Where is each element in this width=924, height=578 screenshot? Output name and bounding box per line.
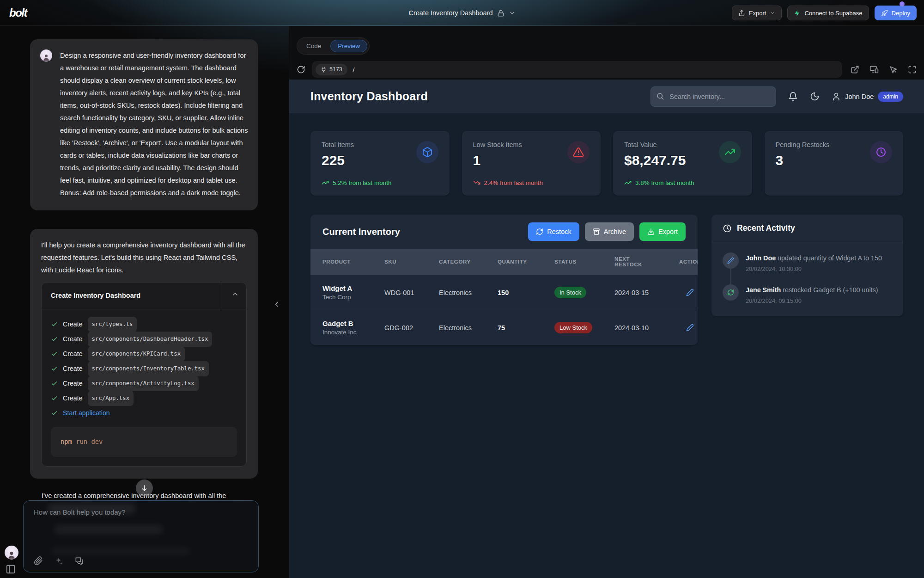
build-plan-card: Create Inventory Dashboard Create src/ty…: [41, 282, 247, 467]
check-icon: [51, 365, 58, 372]
restock-button[interactable]: Restock: [528, 222, 579, 241]
dashboard-header-actions: John Doe admin: [650, 86, 903, 107]
tab-code[interactable]: Code: [299, 40, 328, 52]
blurred-text-ghost: [51, 547, 190, 555]
activity-item: Jane Smith restocked Gadget B (+100 unit…: [723, 284, 892, 304]
start-application-link[interactable]: Start application: [63, 407, 110, 419]
open-external-icon[interactable]: [851, 65, 859, 74]
product-supplier: Innovate Inc: [322, 329, 384, 336]
scroll-to-bottom-button[interactable]: [136, 480, 153, 497]
bell-icon[interactable]: [788, 92, 798, 101]
check-icon: [51, 321, 58, 328]
activity-action: updated quantity of Widget A to 150: [776, 254, 882, 262]
user-menu[interactable]: John Doe admin: [832, 92, 903, 102]
fullscreen-icon[interactable]: [908, 65, 917, 74]
clock-icon: [723, 224, 732, 233]
dark-mode-toggle-moon-icon[interactable]: [810, 92, 820, 101]
table-header-row: Product SKU Category Quantity Status Nex…: [310, 249, 698, 275]
file-chip[interactable]: src/types.ts: [88, 317, 137, 332]
archive-label: Archive: [604, 228, 626, 235]
attach-link-icon[interactable]: [34, 556, 43, 566]
trending-up-icon: [322, 179, 329, 186]
workbench-panel: Code Preview 5173 /: [289, 26, 924, 578]
bolt-logo[interactable]: bolt: [9, 6, 27, 19]
responsive-devices-icon[interactable]: [869, 65, 879, 74]
check-icon: [51, 380, 58, 387]
trending-down-icon: [473, 179, 480, 186]
supabase-label: Connect to Supabase: [804, 10, 862, 17]
inventory-card-header: Current Inventory Restock Archive: [310, 215, 698, 249]
check-icon: [51, 395, 58, 402]
url-path: /: [353, 66, 355, 73]
file-chip[interactable]: src/components/ActivityLog.tsx: [88, 376, 199, 391]
step-action: Create: [63, 392, 83, 405]
inspect-cursor-icon[interactable]: [889, 65, 898, 74]
edit-pencil-icon[interactable]: [686, 324, 694, 332]
command-binary: npm: [61, 438, 72, 445]
kpi-trend-text: 3.8% from last month: [635, 179, 694, 186]
plan-step: Create src/types.ts: [51, 317, 237, 332]
kpi-cards: Total Items 225 5.2% from last month Low…: [310, 131, 903, 196]
file-chip[interactable]: src/components/DashboardHeader.tsx: [88, 332, 213, 347]
quantity-cell[interactable]: 150: [498, 289, 554, 296]
port-pill[interactable]: 5173: [316, 64, 347, 75]
chevron-down-icon: [770, 10, 775, 16]
activity-action: restocked Gadget B (+100 units): [781, 286, 878, 294]
product-name: Widget A: [322, 284, 384, 292]
chevron-up-icon[interactable]: [231, 290, 239, 298]
package-icon: [416, 141, 438, 163]
file-chip[interactable]: src/components/KPICard.tsx: [88, 346, 185, 362]
restock-label: Restock: [547, 228, 571, 235]
sparkles-icon[interactable]: [54, 556, 63, 566]
connect-supabase-button[interactable]: Connect to Supabase: [787, 6, 869, 20]
export-table-button[interactable]: Export: [639, 222, 686, 241]
kpi-trend: 3.8% from last month: [624, 179, 694, 186]
url-bar[interactable]: 5173 /: [312, 61, 842, 78]
plan-header: Create Inventory Dashboard: [42, 283, 246, 309]
user-name: John Doe: [845, 93, 874, 100]
column-header: SKU: [384, 254, 439, 269]
table-row: Gadget B Innovate Inc GDG-002 Electronic…: [310, 310, 698, 345]
project-title-menu[interactable]: Create Inventory Dashboard: [408, 0, 515, 26]
check-icon: [51, 410, 58, 417]
share-icon: [738, 10, 745, 17]
bulk-actions: Restock Archive Export: [528, 222, 686, 241]
activity-title: Recent Activity: [737, 223, 795, 233]
kpi-trend: 5.2% from last month: [322, 179, 392, 186]
check-icon: [51, 336, 58, 343]
sidebar-toggle-icon[interactable]: [6, 564, 16, 574]
deploy-button[interactable]: Deploy: [875, 6, 917, 20]
edit-pencil-icon[interactable]: [686, 289, 694, 296]
plan-steps: Create src/types.ts Create src/component…: [42, 309, 246, 466]
column-header: Status: [554, 254, 614, 269]
column-header: Category: [439, 254, 498, 269]
chat-panel: Design a responsive and user-friendly in…: [0, 26, 289, 578]
product-name: Gadget B: [322, 320, 384, 327]
deploy-label: Deploy: [892, 10, 910, 17]
reload-icon[interactable]: [297, 65, 305, 74]
plan-step-start: Start application: [51, 406, 237, 420]
activity-timestamp: 20/02/2024, 09:15:00: [746, 297, 878, 304]
export-button[interactable]: Export: [732, 6, 782, 20]
trending-up-icon: [624, 179, 632, 186]
tab-preview[interactable]: Preview: [330, 40, 367, 52]
search-input[interactable]: [650, 86, 776, 107]
archive-button[interactable]: Archive: [585, 222, 634, 241]
inventory-table-card: Current Inventory Restock Archive: [310, 215, 698, 345]
user-message-text: Design a responsive and user-friendly in…: [60, 49, 249, 199]
lock-icon: [498, 10, 505, 17]
account-avatar[interactable]: [5, 546, 18, 560]
activity-list: John Doe updated quantity of Widget A to…: [711, 242, 903, 304]
activity-text: John Doe updated quantity of Widget A to…: [746, 252, 882, 263]
file-chip[interactable]: src/App.tsx: [88, 391, 134, 406]
chat-mode-icon[interactable]: [74, 556, 84, 566]
quantity-cell[interactable]: 75: [498, 324, 554, 332]
refresh-icon: [536, 228, 543, 235]
kpi-card-total-items: Total Items 225 5.2% from last month: [310, 131, 450, 196]
restock-date-cell: 2024-03-15: [614, 289, 679, 296]
chat-input[interactable]: [34, 508, 246, 547]
collapse-chat-chevron[interactable]: [272, 300, 281, 309]
search-icon: [656, 92, 664, 100]
bolt-app-window: bolt Create Inventory Dashboard Export: [0, 0, 924, 578]
file-chip[interactable]: src/components/InventoryTable.tsx: [88, 361, 209, 376]
